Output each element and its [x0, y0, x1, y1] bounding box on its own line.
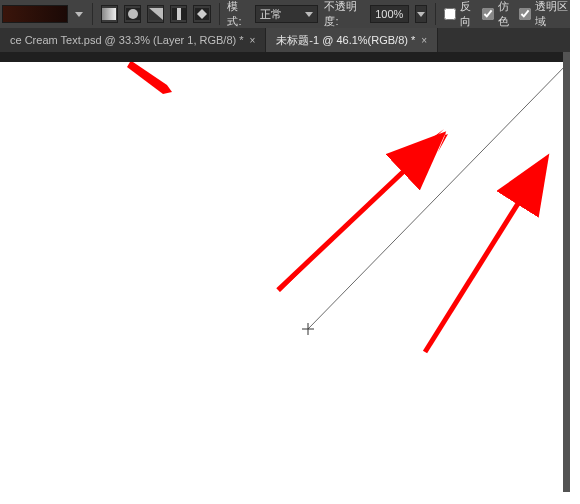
transparency-label: 透明区域 — [535, 0, 569, 29]
svg-marker-11 — [417, 12, 425, 17]
tab-label: ce Cream Text.psd @ 33.3% (Layer 1, RGB/… — [10, 34, 244, 46]
svg-point-3 — [128, 9, 138, 19]
annotation-arrow — [278, 138, 439, 290]
divider — [92, 3, 93, 25]
opacity-value: 100% — [375, 8, 403, 20]
opacity-label: 不透明度: — [324, 0, 364, 29]
annotation-arrow — [127, 62, 172, 94]
reverse-label: 反向 — [460, 0, 476, 29]
reverse-checkbox[interactable]: 反向 — [444, 0, 476, 29]
divider — [435, 3, 436, 25]
gradient-swatch[interactable] — [2, 5, 68, 23]
transparency-checkbox[interactable]: 透明区域 — [519, 0, 569, 29]
mode-label: 模式: — [227, 0, 248, 29]
opacity-dropdown[interactable] — [415, 5, 427, 23]
canvas-chrome — [0, 52, 570, 62]
panel-edge — [563, 52, 570, 492]
svg-marker-10 — [305, 12, 313, 17]
opacity-input[interactable]: 100% — [370, 5, 409, 23]
diamond-gradient-icon[interactable] — [193, 5, 210, 23]
blend-mode-value: 正常 — [260, 7, 282, 22]
gradient-swatch-dropdown[interactable] — [74, 5, 84, 23]
document-tab[interactable]: ce Cream Text.psd @ 33.3% (Layer 1, RGB/… — [0, 28, 266, 52]
tab-label: 未标题-1 @ 46.1%(RGB/8) * — [276, 33, 415, 48]
blend-mode-select[interactable]: 正常 — [255, 5, 319, 23]
dither-checkbox[interactable]: 仿色 — [482, 0, 514, 29]
transparency-checkbox-input[interactable] — [519, 8, 531, 20]
reverse-checkbox-input[interactable] — [444, 8, 456, 20]
angle-gradient-icon[interactable] — [147, 5, 164, 23]
radial-gradient-icon[interactable] — [124, 5, 141, 23]
gradient-drag-line — [308, 62, 569, 329]
svg-rect-7 — [177, 8, 181, 20]
canvas[interactable] — [0, 62, 570, 492]
linear-gradient-icon[interactable] — [101, 5, 118, 23]
close-icon[interactable]: × — [250, 35, 256, 46]
document-tab-bar: ce Cream Text.psd @ 33.3% (Layer 1, RGB/… — [0, 28, 570, 52]
options-bar: 模式: 正常 不透明度: 100% 反向 仿色 透明区域 — [0, 0, 570, 28]
document-tab[interactable]: 未标题-1 @ 46.1%(RGB/8) * × — [266, 28, 438, 52]
close-icon[interactable]: × — [421, 35, 427, 46]
dither-checkbox-input[interactable] — [482, 8, 494, 20]
reflected-gradient-icon[interactable] — [170, 5, 187, 23]
svg-rect-1 — [102, 8, 116, 20]
svg-marker-0 — [75, 12, 83, 17]
dither-label: 仿色 — [498, 0, 514, 29]
divider — [219, 3, 220, 25]
